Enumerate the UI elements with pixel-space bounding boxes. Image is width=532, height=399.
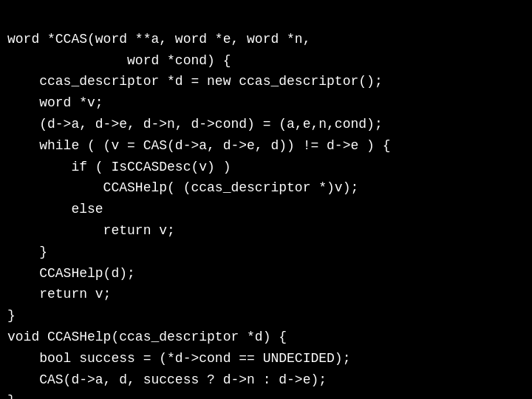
code-line: if ( IsCCASDesc(v) ) [7,157,525,178]
code-line: } [7,242,525,263]
code-line: CCASHelp(d); [7,263,525,284]
code-line: word *cond) { [7,50,525,72]
code-line: return v; [7,220,525,242]
code-line: word *v; [7,92,525,114]
code-line: (d->a, d->e, d->n, d->cond) = (a,e,n,con… [7,114,525,135]
code-line: while ( (v = CAS(d->a, d->e, d)) != d->e… [7,135,525,157]
code-line: else [7,199,525,220]
code-line: } [7,305,525,327]
code-line: bool success = (*d->cond == UNDECIDED); [7,348,525,369]
code-line: return v; [7,284,525,305]
code-block: word *CCAS(word **a, word *e, word *n, w… [0,0,532,399]
code-line: CCASHelp( (ccas_descriptor *)v); [7,177,525,199]
code-line: } [7,390,525,399]
code-line: CAS(d->a, d, success ? d->n : d->e); [7,369,525,391]
code-line: word *CCAS(word **a, word *e, word *n, [7,29,525,50]
code-line: void CCASHelp(ccas_descriptor *d) { [7,327,525,348]
code-line: ccas_descriptor *d = new ccas_descriptor… [7,71,525,92]
